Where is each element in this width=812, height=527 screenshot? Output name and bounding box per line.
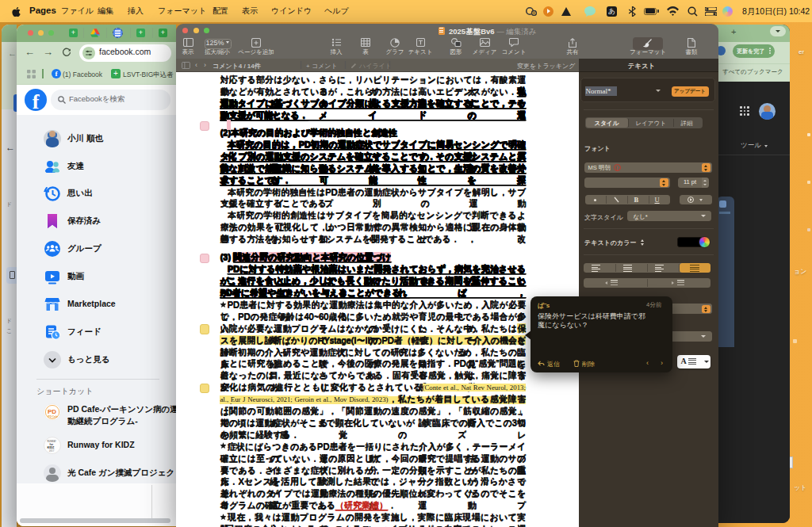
svg-text:PD Cafe: PD Cafe xyxy=(48,415,58,418)
svg-text:2017: 2017 xyxy=(49,449,55,453)
